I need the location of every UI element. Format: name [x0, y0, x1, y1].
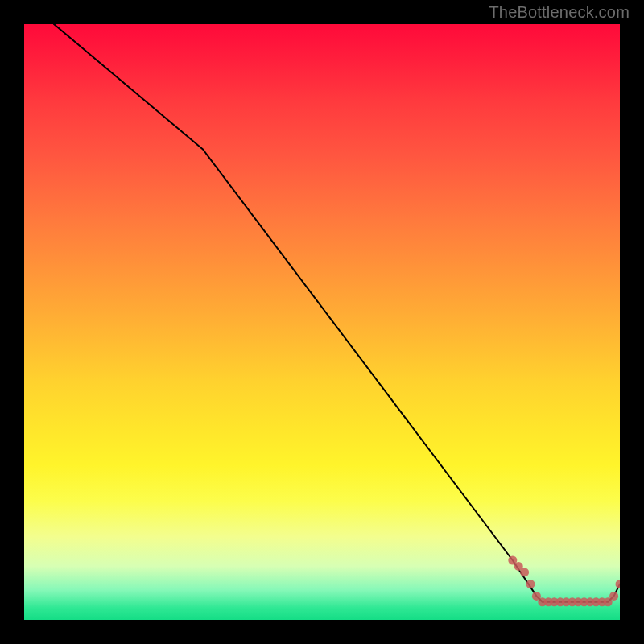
chart-overlay	[24, 24, 620, 620]
watermark-text: TheBottleneck.com	[489, 3, 630, 22]
marker-cluster	[508, 556, 620, 607]
marker-dot	[609, 592, 618, 601]
main-curve	[54, 24, 620, 602]
marker-dot	[520, 568, 529, 576]
marker-dot	[616, 580, 621, 588]
marker-dot	[526, 580, 535, 588]
chart-frame: TheBottleneck.com	[0, 0, 644, 644]
